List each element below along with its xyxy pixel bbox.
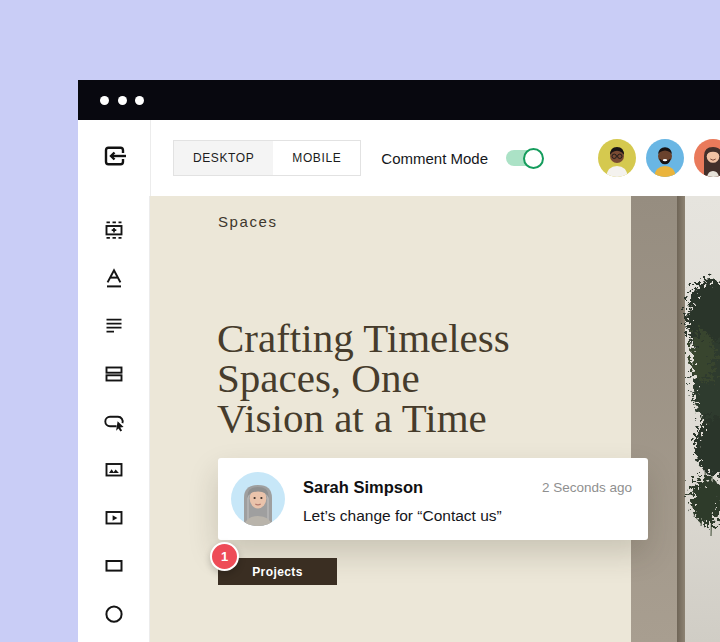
comment-count-badge[interactable]: 1 [210, 542, 239, 571]
video-tool[interactable] [78, 494, 149, 542]
editor-body: Spaces Crafting Timeless Spaces, One Vis… [78, 196, 720, 642]
page-canvas: Spaces Crafting Timeless Spaces, One Vis… [150, 196, 720, 642]
editor-window: DESKTOP MOBILE Comment Mode [78, 80, 720, 642]
layout-sections-tool[interactable] [78, 350, 149, 398]
comment-message: Let’s change for “Contact us” [303, 507, 502, 525]
avatar-collaborator-3[interactable] [694, 139, 720, 177]
exit-icon [100, 142, 128, 174]
mobile-view-button[interactable]: MOBILE [273, 141, 360, 175]
ellipse-tool[interactable] [78, 590, 149, 638]
comment-timestamp: 2 Seconds ago [542, 480, 632, 495]
block-sidebar [78, 196, 150, 642]
avatar-collaborator-2[interactable] [646, 139, 684, 177]
window-control-dot[interactable] [118, 96, 127, 105]
editor-toolbar: DESKTOP MOBILE Comment Mode [78, 120, 720, 196]
desktop-view-button[interactable]: DESKTOP [174, 141, 273, 175]
exit-editor-button[interactable] [78, 120, 151, 196]
comment-mode-toggle[interactable] [506, 150, 540, 166]
plant-image [631, 196, 720, 642]
desktop: { "titlebar": { "dots": 3 }, "toolbar": … [0, 0, 720, 642]
window-control-dot[interactable] [100, 96, 109, 105]
text-tool[interactable] [78, 254, 149, 302]
avatar-collaborator-1[interactable] [598, 139, 636, 177]
hero-heading-line: Vision at a Time [217, 398, 510, 438]
viewport-toggle: DESKTOP MOBILE [173, 140, 361, 176]
comment-card[interactable]: Sarah Simpson 2 Seconds ago Let’s change… [218, 458, 648, 540]
button-tool[interactable] [78, 398, 149, 446]
commenter-avatar [231, 472, 285, 526]
collaborator-avatars [598, 139, 720, 177]
window-control-dot[interactable] [135, 96, 144, 105]
window-titlebar [78, 80, 720, 120]
add-section-tool[interactable] [78, 206, 149, 254]
hero-heading-line: Spaces, One [217, 358, 510, 398]
site-nav-label[interactable]: Spaces [218, 213, 278, 230]
hero-photo [631, 196, 720, 642]
comment-mode-label: Comment Mode [381, 150, 488, 167]
hero-heading-line: Crafting Timeless [217, 318, 510, 358]
commenter-name: Sarah Simpson [303, 478, 423, 497]
rectangle-tool[interactable] [78, 542, 149, 590]
toggle-knob [523, 148, 544, 169]
hero-heading[interactable]: Crafting Timeless Spaces, One Vision at … [217, 318, 510, 438]
image-tool[interactable] [78, 446, 149, 494]
paragraph-tool[interactable] [78, 302, 149, 350]
